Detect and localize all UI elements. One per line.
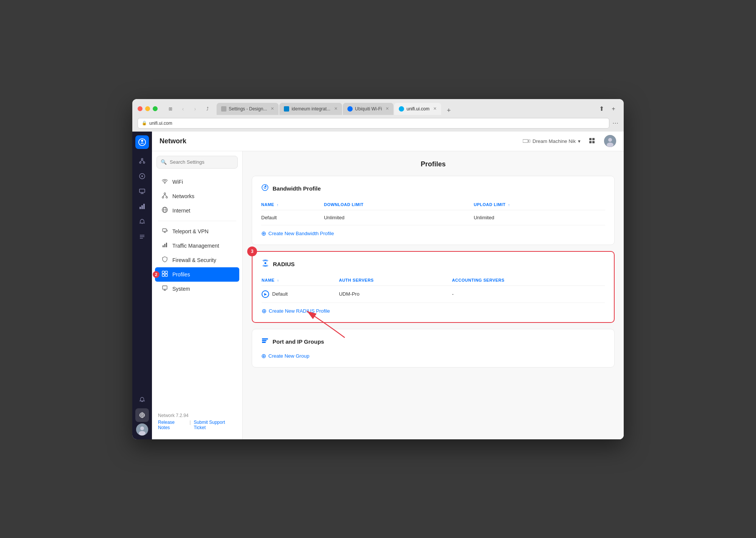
- header-avatar[interactable]: [604, 135, 616, 147]
- sidebar-label-traffic: Traffic Management: [172, 243, 233, 249]
- radius-col-name[interactable]: NAME ↑: [262, 275, 332, 286]
- minimize-button[interactable]: [145, 106, 150, 111]
- rail-icon-topology[interactable]: [135, 154, 149, 168]
- svg-point-22: [139, 431, 146, 436]
- add-bookmark-button[interactable]: +: [609, 104, 618, 114]
- tab-close-unifi[interactable]: ✕: [433, 106, 437, 111]
- create-radius-wrapper: ⊕ Create New RADIUS Profile: [262, 307, 605, 315]
- app-container: Network Dream Machine Nik ▾: [132, 132, 624, 439]
- sidebar-item-system[interactable]: System: [155, 282, 239, 296]
- tab-settings[interactable]: Settings - Design... ✕: [217, 103, 279, 115]
- create-group-link[interactable]: ⊕ Create New Group: [261, 352, 605, 360]
- tab-ubiquiti[interactable]: Ubiquiti Wi-Fi ✕: [343, 103, 393, 115]
- content-area: 🔍 WiFi: [152, 151, 624, 439]
- rail-icon-list[interactable]: [135, 230, 149, 243]
- tab-close-settings[interactable]: ✕: [271, 106, 274, 111]
- radius-col-auth: AUTH SERVERS: [332, 275, 445, 286]
- user-avatar[interactable]: [136, 423, 148, 436]
- browser-titlebar: ⊞ ‹ › ⤴ Settings - Design... ✕ idemeum i…: [138, 103, 618, 115]
- sidebar-item-profiles[interactable]: 2 Profiles: [155, 267, 239, 282]
- tab-unifi[interactable]: unifi.ui.com ✕: [394, 103, 441, 115]
- svg-point-21: [140, 426, 144, 430]
- svg-rect-49: [162, 274, 164, 276]
- play-icon: ▶: [262, 290, 269, 298]
- tab-close-idemeum[interactable]: ✕: [334, 106, 338, 111]
- rail-icon-dashboard[interactable]: [135, 169, 149, 183]
- device-chevron: ▾: [578, 138, 581, 144]
- sidebar-spacer: [152, 296, 242, 408]
- radius-step-badge: 3: [247, 247, 257, 256]
- bandwidth-col-name[interactable]: NAME ↑: [261, 199, 316, 210]
- bandwidth-icon: [261, 184, 269, 193]
- grid-apps-button[interactable]: [587, 135, 598, 147]
- new-tab-button[interactable]: +: [443, 107, 454, 115]
- rail-icon-devices[interactable]: [135, 185, 149, 198]
- sidebar-item-traffic[interactable]: Traffic Management: [155, 239, 239, 253]
- sidebar-item-teleport[interactable]: Teleport & VPN: [155, 224, 239, 239]
- tab-idemeum[interactable]: idemeum integrat... ✕: [279, 103, 342, 115]
- svg-rect-50: [165, 274, 167, 276]
- bandwidth-table: NAME ↑ DOWNLOAD LIMIT UPLOAD LIMIT ↑: [261, 199, 605, 225]
- sidebar-toggle-button[interactable]: ⊞: [165, 105, 176, 113]
- create-bandwidth-link[interactable]: ⊕ Create New Bandwidth Profile: [261, 230, 605, 237]
- sidebar-item-networks[interactable]: Networks: [155, 189, 239, 203]
- forward-button[interactable]: ›: [190, 104, 200, 114]
- radius-card: 3 RADIUS: [252, 251, 615, 323]
- svg-point-2: [141, 158, 143, 160]
- close-button[interactable]: [138, 106, 143, 111]
- bandwidth-card-header: Bandwidth Profile: [261, 184, 605, 193]
- device-selector[interactable]: Dream Machine Nik ▾: [523, 138, 581, 144]
- app-logo[interactable]: [135, 135, 149, 149]
- page-title: Profiles: [252, 160, 615, 168]
- profiles-step-badge: 2: [153, 271, 160, 278]
- address-bar[interactable]: 🔒 unifi.ui.com: [138, 118, 609, 129]
- bandwidth-card-title: Bandwidth Profile: [273, 185, 321, 192]
- search-icon: 🔍: [161, 159, 167, 165]
- rail-icon-stats[interactable]: [135, 200, 149, 213]
- search-input[interactable]: [170, 159, 234, 165]
- networks-svg: [162, 192, 168, 198]
- rail-icon-settings[interactable]: [135, 408, 149, 422]
- svg-point-33: [164, 193, 166, 194]
- share-button[interactable]: ⤴: [202, 105, 213, 113]
- sidebar-item-firewall[interactable]: Firewall & Security: [155, 253, 239, 267]
- port-ip-card-header: Port and IP Groups: [261, 337, 605, 346]
- radius-card-header: RADIUS: [262, 259, 605, 269]
- radius-table: NAME ↑ AUTH SERVERS ACCOUNTING SERVERS: [262, 275, 605, 303]
- rail-icon-bell[interactable]: [135, 393, 149, 407]
- port-ip-icon: [261, 337, 269, 346]
- svg-rect-41: [163, 229, 166, 231]
- sidebar-item-internet[interactable]: Internet: [155, 203, 239, 218]
- footer-links: Release Notes | Submit Support Ticket: [158, 420, 236, 430]
- svg-rect-14: [143, 204, 145, 209]
- tab-label-ubiquiti: Ubiquiti Wi-Fi: [355, 106, 382, 112]
- sidebar-label-firewall: Firewall & Security: [172, 257, 233, 263]
- wifi-svg: [162, 178, 168, 184]
- traffic-svg: [162, 242, 168, 248]
- back-button[interactable]: ‹: [178, 104, 188, 114]
- svg-rect-58: [262, 338, 268, 340]
- svg-point-55: [264, 186, 266, 188]
- header-avatar-image: [604, 135, 616, 147]
- bandwidth-col-upload: UPLOAD LIMIT ↑: [466, 199, 605, 210]
- svg-point-56: [265, 262, 266, 264]
- share-action-button[interactable]: ⬆: [596, 104, 606, 114]
- sidebar-item-wifi[interactable]: WiFi: [155, 175, 239, 189]
- create-radius-link[interactable]: ⊕ Create New RADIUS Profile: [262, 307, 605, 315]
- rail-icon-alerts[interactable]: [135, 215, 149, 228]
- svg-rect-51: [163, 286, 167, 289]
- svg-rect-47: [162, 271, 164, 273]
- svg-point-8: [141, 175, 143, 177]
- maximize-button[interactable]: [153, 106, 158, 111]
- support-ticket-link[interactable]: Submit Support Ticket: [194, 420, 236, 430]
- svg-rect-9: [139, 189, 145, 192]
- sidebar-label-wifi: WiFi: [172, 179, 233, 185]
- svg-point-34: [162, 197, 164, 198]
- release-notes-link[interactable]: Release Notes: [158, 420, 186, 430]
- sidebar-label-profiles: Profiles: [172, 271, 233, 278]
- more-options-button[interactable]: ⋯: [612, 119, 618, 127]
- search-box[interactable]: 🔍: [156, 156, 238, 169]
- sidebar-label-system: System: [172, 286, 233, 292]
- tab-close-ubiquiti[interactable]: ✕: [386, 106, 389, 111]
- bandwidth-row-name: Default: [261, 210, 316, 225]
